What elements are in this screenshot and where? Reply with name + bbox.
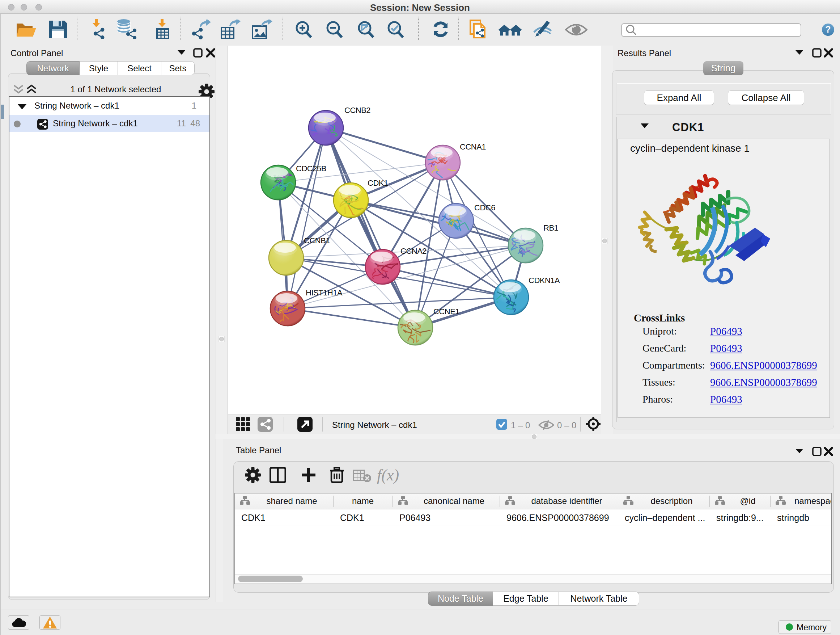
- svg-text:CCNA2: CCNA2: [401, 247, 426, 256]
- svg-text:RB1: RB1: [543, 223, 559, 233]
- svg-text:CCNB2: CCNB2: [344, 106, 370, 115]
- svg-text:?: ?: [825, 24, 831, 35]
- svg-text:CCNB1: CCNB1: [304, 236, 330, 245]
- svg-text:CCNA1: CCNA1: [460, 142, 486, 151]
- svg-text:CDC25B: CDC25B: [296, 164, 326, 173]
- svg-text:HIST1H1A: HIST1H1A: [306, 288, 343, 297]
- svg-text:CDKN1A: CDKN1A: [529, 276, 560, 285]
- svg-text:CDK1: CDK1: [368, 179, 388, 187]
- svg-text:CDC6: CDC6: [474, 203, 495, 212]
- svg-text:CCNE1: CCNE1: [433, 307, 459, 316]
